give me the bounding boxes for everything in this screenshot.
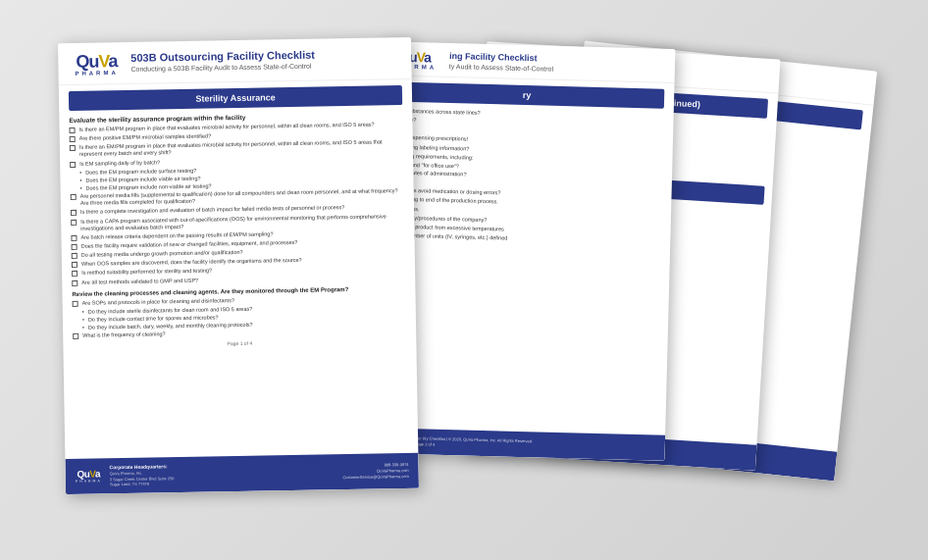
page1-footer: QuVa PHARMA Corporate Headquarters: QuVa… [65,453,419,494]
page2-title: ing Facility Checklist [449,50,553,64]
checkbox [70,161,76,167]
page2-header-text: ing Facility Checklist ty Audit to Asses… [449,50,554,72]
page2-content: lled substances across state lines? to d… [376,107,674,255]
page2-banner: ry [389,81,664,108]
page1-content: Evaluate the sterility assurance program… [59,110,416,339]
page1-footer-info: Corporate Headquarters: QuVa Pharma, Inc… [109,460,335,487]
bullet-point: • [82,308,84,314]
checkbox [72,243,77,249]
item-text: Are batch release criteria dependent on … [80,230,273,241]
checkbox [70,127,76,132]
bullet-point: • [80,184,82,190]
bullet-point: • [82,316,84,322]
page1-logo-pharma: PHARMA [75,70,118,76]
item-text: Are SOPs and protocols in place for clea… [82,296,234,306]
page1-header: QuVa PHARMA 503B Outsourcing Facility Ch… [58,36,412,84]
page1-logo: QuVa PHARMA [72,52,121,76]
page1-footer-contact: 888-339-0874 QuVaPharma.com CustomerServ… [342,462,409,481]
checkbox [71,210,77,216]
page-1: QuVa PHARMA 503B Outsourcing Facility Ch… [58,36,419,493]
checkbox [70,136,76,142]
checkbox [73,333,78,339]
item-text: Is method suitability performed for ster… [81,267,212,276]
page2-header: QuVa PHARMA ing Facility Checklist ty Au… [381,41,676,83]
page1-logo-text: QuVa [76,52,117,71]
page1-header-text: 503B Outsourcing Facility Checklist Cond… [130,48,315,72]
sub-text: Does the EM program include viable air t… [85,175,200,183]
checkbox [71,234,77,240]
page1-banner: Sterility Assurance [69,85,402,111]
bullet-point: • [79,169,81,175]
item-text: Are there positive EM/PM microbial sampl… [79,132,212,141]
bullet-point: • [79,177,81,182]
item-text: Do all testing media undergo growth prom… [81,249,243,259]
footer-logo-pharma: PHARMA [76,479,102,483]
item-text: Are all test methods validated to GMP an… [81,277,198,285]
checkbox [73,300,78,306]
checkbox [72,262,77,268]
checkbox [72,280,77,285]
item-text: Is EM sampling daily of by batch? [79,158,160,167]
page2-footer-info: Fac ility Checklist | © 2020, QuVa Pharm… [415,435,655,453]
pages-container: QuVa PHARMA ing Facility Checklist ty Au… [42,35,886,526]
page1-footer-logo: QuVa PHARMA [76,469,102,483]
checkbox [71,193,77,199]
checkbox [70,145,76,151]
checkbox [72,252,77,258]
page1-title: 503B Outsourcing Facility Checklist [130,48,315,64]
item-text: What is the frequency of cleaning? [82,331,166,339]
footer-email: CustomerService@QuVaPharma.com [342,474,408,481]
footer-logo-text: QuVa [77,469,100,479]
sub-text: Does the EM program include surface test… [85,167,196,176]
checkbox [72,271,77,277]
checkbox [71,219,77,225]
sub-text: Does the EM program include non-viable a… [85,182,211,191]
page1-num: Page 1 of 4 [63,337,416,349]
bullet-point: • [82,324,84,330]
